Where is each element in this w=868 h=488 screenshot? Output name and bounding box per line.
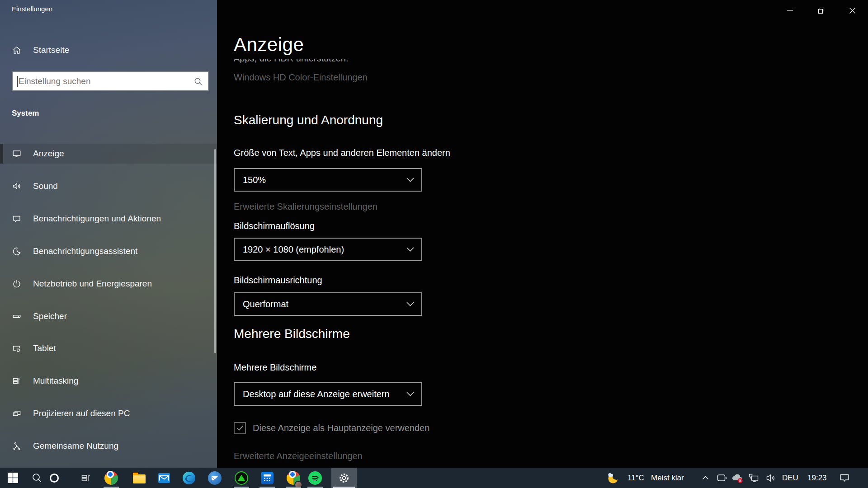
settings-search-input[interactable]: Einstellung suchen (12, 71, 209, 91)
chevron-down-icon (406, 247, 414, 252)
primary-display-checkbox[interactable] (234, 422, 246, 434)
sidebar-item-benachrichtigungen[interactable]: Benachrichtigungen und Aktionen (0, 209, 217, 229)
page-title: Anzeige (234, 34, 304, 56)
cortana-button[interactable] (46, 468, 62, 488)
sidebar-item-label: Tablet (33, 343, 56, 353)
clock[interactable]: 19:23 (807, 468, 827, 488)
minimize-button[interactable] (774, 0, 806, 21)
resolution-select[interactable]: 868 × 488 (empfohlen) (234, 238, 422, 261)
tablet-icon (12, 343, 22, 353)
hdr-color-settings-link[interactable]: Windows HD Color-Einstellungen (234, 72, 368, 83)
sidebar-item-label: Projizieren auf diesen PC (33, 408, 130, 418)
weather-condition[interactable]: Meist klar (651, 468, 684, 488)
task-view-icon (80, 473, 91, 483)
resolution-label: Bildschirmauflösung (234, 221, 315, 231)
ethernet-network-icon (749, 474, 760, 483)
primary-display-checkbox-row: Diese Anzeige als Hauptanzeige verwenden (234, 422, 429, 434)
action-center-button[interactable] (835, 468, 854, 488)
green-app-icon (235, 471, 248, 485)
settings-app-button[interactable] (331, 468, 357, 488)
checkmark-icon (236, 425, 244, 431)
weather-moon-icon (606, 471, 620, 485)
speaker-icon (766, 474, 777, 483)
weather-widget[interactable] (605, 468, 621, 488)
multi-display-select-value: Desktop auf diese Anzeige erweitern (243, 389, 406, 399)
sidebar-item-sound[interactable]: Sound (0, 176, 217, 196)
text-caret (17, 76, 18, 87)
multi-display-select[interactable]: Desktop auf diese Anzeige erweitern (234, 382, 422, 406)
sidebar-item-benachrichtigungsassistent[interactable]: Benachrichtigungsassistent (0, 241, 217, 261)
chevron-down-icon (406, 302, 414, 306)
action-center-icon (840, 474, 849, 483)
task-view-button[interactable] (77, 468, 95, 488)
tray-overflow-button[interactable] (699, 468, 712, 488)
close-button[interactable] (837, 0, 868, 21)
onedrive-tray-icon[interactable] (730, 468, 745, 488)
desktop-screen: Einstellungen Startseite Einstellung suc… (0, 0, 868, 488)
orientation-select-value: Querformat (243, 299, 406, 310)
sidebar-item-home[interactable]: Startseite (0, 41, 217, 60)
taskbar: 11°C Meist klar (0, 468, 868, 488)
chrome-app-button[interactable] (104, 468, 119, 488)
multi-display-section-heading: Mehrere Bildschirme (234, 327, 350, 341)
edge-app-button[interactable] (181, 468, 197, 488)
weather-temperature[interactable]: 11°C (627, 468, 644, 488)
restore-button[interactable] (806, 0, 837, 21)
advanced-scaling-link[interactable]: Erweiterte Skalierungseinstellungen (234, 202, 377, 212)
start-button[interactable] (5, 468, 20, 488)
sidebar-item-label: Gemeinsame Nutzung (33, 441, 118, 451)
scaling-section-heading: Skalierung und Anordnung (234, 113, 383, 127)
sidebar-item-tablet[interactable]: Tablet (0, 338, 217, 358)
chevron-down-icon (406, 392, 414, 396)
green-app-button[interactable] (234, 468, 249, 488)
moon-icon (12, 246, 22, 256)
spotify-app-button[interactable] (307, 468, 323, 488)
chevron-down-icon (406, 178, 414, 182)
scale-label: Größe von Text, Apps und anderen Element… (234, 148, 450, 158)
scrolled-clipped-text: Apps, die HDR unterstützen. (234, 59, 550, 65)
taskbar-search-button[interactable] (29, 468, 45, 488)
search-icon (194, 77, 203, 86)
blue-app-button[interactable] (207, 468, 222, 488)
sidebar-item-netzbetrieb[interactable]: Netzbetrieb und Energiesparen (0, 274, 217, 294)
chrome-profile-app-button[interactable] (286, 468, 301, 488)
blue-app-icon (208, 471, 222, 485)
sidebar-item-label: Anzeige (33, 149, 64, 159)
sidebar-item-gemeinsame-nutzung[interactable]: Gemeinsame Nutzung (0, 436, 217, 456)
volume-tray-icon[interactable] (764, 468, 778, 488)
sidebar-item-anzeige[interactable]: Anzeige (0, 144, 217, 164)
sidebar-item-label: Benachrichtigungen und Aktionen (33, 214, 161, 224)
orientation-select[interactable]: Querformat (234, 292, 422, 316)
advanced-display-link[interactable]: Erweiterte Anzeigeeinstellungen (234, 451, 363, 461)
cast-display-icon (717, 474, 727, 482)
sidebar-item-multitasking[interactable]: Multitasking (0, 371, 217, 391)
multitask-icon (12, 376, 22, 386)
close-icon (849, 8, 855, 14)
window-title: Einstellungen (12, 5, 52, 13)
sidebar-item-projizieren[interactable]: Projizieren auf diesen PC (0, 404, 217, 423)
speaker-icon (12, 181, 22, 191)
search-icon (32, 473, 42, 483)
sidebar-item-label: Netzbetrieb und Energiesparen (33, 279, 152, 289)
cortana-icon (49, 473, 60, 483)
resolution-select-value: 868 × 488 (empfohlen) (243, 244, 406, 255)
calculator-icon (261, 472, 274, 484)
sidebar-item-label: Benachrichtigungsassistent (33, 246, 137, 256)
primary-display-checkbox-label: Diese Anzeige als Hauptanzeige verwenden (253, 423, 429, 433)
cast-tray-icon[interactable] (716, 468, 728, 488)
network-tray-icon[interactable] (747, 468, 761, 488)
sidebar-scrollbar[interactable] (214, 149, 216, 353)
scale-select[interactable]: 150% (234, 168, 422, 192)
sidebar-item-label: Startseite (33, 45, 69, 55)
gear-icon (338, 472, 350, 484)
sidebar-item-label: Speicher (33, 311, 67, 321)
mail-app-button[interactable] (156, 468, 172, 488)
file-explorer-button[interactable] (132, 468, 147, 488)
window-caption-buttons (774, 0, 868, 21)
calculator-app-button[interactable] (259, 468, 275, 488)
settings-sidebar: Einstellungen Startseite Einstellung suc… (0, 0, 217, 468)
edge-icon (182, 471, 196, 485)
sidebar-item-speicher[interactable]: Speicher (0, 306, 217, 326)
minimize-icon (787, 10, 793, 11)
language-indicator[interactable]: DEU (782, 468, 798, 488)
